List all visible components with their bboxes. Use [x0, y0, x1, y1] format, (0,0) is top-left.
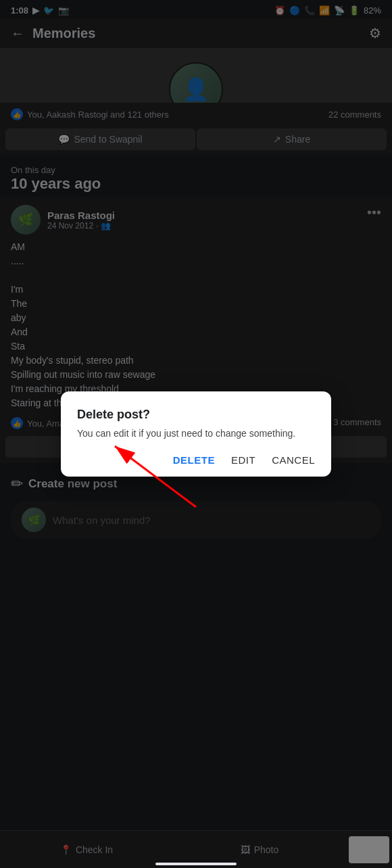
modal-title: Delete post?: [77, 408, 315, 422]
home-indicator: [155, 863, 237, 865]
delete-post-modal: Delete post? You can edit it if you just…: [61, 391, 331, 477]
cancel-button[interactable]: CANCEL: [272, 454, 315, 466]
edit-button[interactable]: EDIT: [231, 454, 255, 466]
delete-button[interactable]: DELETE: [173, 454, 215, 466]
modal-overlay: Delete post? You can edit it if you just…: [0, 0, 392, 868]
modal-body: You can edit it if you just need to chan…: [77, 427, 315, 441]
modal-actions: DELETE EDIT CANCEL: [77, 454, 315, 466]
